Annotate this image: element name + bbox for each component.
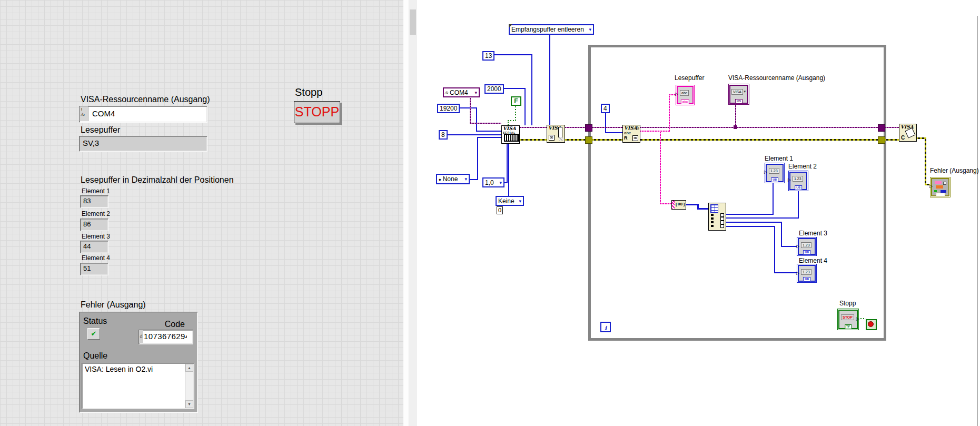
error-cluster-label: Fehler (Ausgang) [81,300,146,310]
error-code-value: 1073676294 [144,330,187,343]
stopbits-ring[interactable]: 1,0 ▾ [482,177,504,187]
terminal-value: 1.23 [793,176,803,182]
wire-visa-terminal [735,104,736,128]
element2-indicator[interactable]: 86 [80,219,108,231]
timeout-constant[interactable]: 2000 [484,84,504,94]
error-status-checkbox[interactable]: ✔ [87,328,100,340]
index-array-node[interactable] [708,203,726,231]
terminal-type-tab: U8 [803,250,810,255]
scroll-down-icon[interactable]: ▼ [185,400,193,408]
wire-e1-h [725,214,774,215]
element1-terminal-label: Element 1 [765,155,793,162]
element4-indicator[interactable]: 51 [80,263,108,275]
flush-enum-value: Empfangspuffer entleeren [511,26,584,33]
read-buffer-terminal[interactable]: ▷ abc abc [676,85,695,105]
tunnel-error-left[interactable] [585,136,592,144]
flush-enum-constant[interactable]: Empfangspuffer entleeren ▾ [509,24,594,35]
visa-read-node[interactable]: VISA ◷ abc R ✉ [622,125,640,143]
wire-junction-visa [734,125,737,129]
wire-stopbits-v [507,143,508,183]
visa-flush-buffer-node[interactable]: VISA ✉ [547,125,565,143]
terminal-type-tab [936,193,945,196]
loop-condition-terminal[interactable] [866,319,877,330]
flowcontrol-value: None [443,175,458,183]
scroll-up-icon[interactable]: ▲ [185,364,193,372]
envelope-icon: ✉ [549,135,555,141]
wire-string-up [669,95,670,132]
visa-configure-serial-node[interactable]: VISA SERIAL [501,125,520,144]
wire-parity-v [508,143,509,196]
termchar-constant[interactable]: 13 [482,51,494,61]
element4-label: Element 4 [82,254,110,262]
element2-terminal[interactable]: ▷ 1.23 U8 [788,171,808,191]
visa-out-terminal-label: VISA-Ressourcenname (Ausgang) [728,74,825,82]
string-to-byte-array-node[interactable]: [U8] [671,200,686,210]
wire-flow-v [477,137,478,180]
wire-visa-1 [519,127,547,128]
wire-termchar-h [493,54,532,55]
error-out-terminal[interactable]: ▷ [930,177,951,197]
wire-false-v1 [515,106,516,121]
error-code-field[interactable]: d 1073676294 [138,330,193,344]
error-code-label: Code [156,320,185,329]
ring-glyph-icon: ◆ [439,177,441,181]
bytecount-constant[interactable]: 4 [601,104,610,113]
element4-terminal-label: Element 4 [799,257,827,264]
dip-switch-icon [504,134,519,142]
element3-terminal[interactable]: ▷ 1.23 U8 [797,237,817,256]
baud-constant[interactable]: 19200 [437,104,460,113]
parity-ring[interactable]: Keine ▾ [496,196,524,206]
wire-termchar-v [531,54,532,125]
element3-value: 44 [81,241,108,252]
tunnel-error-right[interactable] [878,136,885,144]
element1-terminal[interactable]: ▷ 1.23 U8 [765,163,785,183]
iteration-terminal[interactable]: i [600,322,611,332]
wire-error-4 [884,139,899,141]
element2-label: Element 2 [82,210,110,217]
tunnel-visa-right[interactable] [878,124,885,132]
error-source-textbox[interactable]: VISA: Lesen in O2.vi ▲ ▼ [82,363,194,409]
wire-array-h2 [697,208,708,210]
element3-label: Element 3 [82,233,110,240]
read-buffer-label: Lesepuffer [81,125,120,135]
element3-indicator[interactable]: 44 [80,241,108,253]
error-icon-rect [943,182,946,185]
wire-baud-v [476,107,477,132]
wire-e3-v [781,222,782,247]
labview-window: VISA-Ressourcenname (Ausgang) I ∕o COM4 … [0,0,980,426]
read-buffer-indicator[interactable]: SV,3 [79,136,207,152]
slider-icon [558,127,562,137]
source-scrollbar[interactable]: ▲ ▼ [185,364,193,408]
visa-resource-input[interactable]: I ∕o COM4 [79,106,207,123]
index-glyph [711,217,714,220]
wire-e3-h1 [725,222,782,223]
flowcontrol-ring[interactable]: ◆ None ▾ [436,174,470,184]
zero-constant[interactable]: 0 [497,206,503,214]
check-icon: ✔ [91,330,97,338]
terminal-value: STOP [841,314,854,320]
element1-indicator[interactable]: 83 [80,195,108,208]
terminal-value: VISA [731,89,743,95]
wire-timeout-v [524,88,526,125]
visa-out-terminal[interactable]: VISA ▾ I/O [728,84,749,105]
divider-scrollbar[interactable] [409,0,417,426]
input-arrow-icon: ▷ [929,184,933,189]
stop-button[interactable]: STOPP [294,101,340,123]
stop-terminal[interactable]: STOP ▷ TF [837,309,859,330]
tunnel-visa-left[interactable] [585,124,592,132]
visa-resource-constant[interactable]: ∕o COM4 ▾ [443,87,480,97]
false-constant[interactable]: F [511,96,521,106]
databits-constant[interactable]: 8 [439,130,448,140]
hatch-icon [559,137,563,141]
terminal-value: 1.23 [769,168,779,174]
wire-error-2 [565,139,587,141]
divider-scrollbar-thumb[interactable] [410,9,416,35]
wire-e2-h [725,217,799,219]
wire-error-6 [925,137,926,185]
wire-databits [448,134,501,135]
input-arrow-icon: ▷ [788,177,791,182]
wire-flush-enum [549,34,550,125]
visa-close-node[interactable]: VISA C [899,124,917,142]
dropdown-icon: ▾ [474,90,477,95]
element4-terminal[interactable]: ▷ 1.23 U8 [797,264,817,283]
